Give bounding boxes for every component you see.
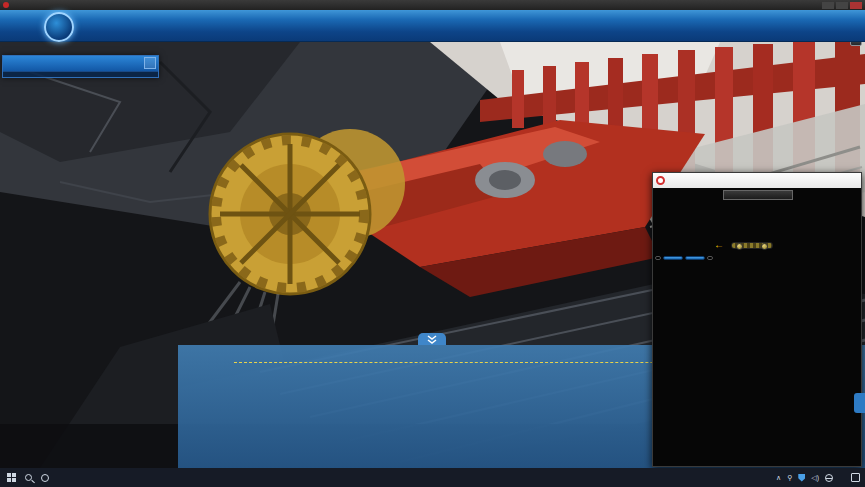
maximize-button[interactable] (836, 2, 848, 9)
estop-button[interactable] (663, 256, 683, 260)
machine-panel-header[interactable] (3, 56, 158, 72)
lra-right-button-column (815, 201, 861, 239)
screen: ← ∧ ⚲ ◁) (0, 0, 865, 487)
os-titlebar (0, 0, 865, 10)
machine-panel-close-icon[interactable] (144, 57, 156, 69)
slider-knob-right[interactable] (761, 243, 768, 250)
app-logo-icon (3, 2, 9, 8)
lra-scale-right (807, 201, 815, 239)
strip-collapse-tab[interactable] (418, 333, 446, 345)
tray-usb-icon[interactable]: ⚲ (787, 474, 792, 482)
tray-shield-icon[interactable] (798, 474, 805, 482)
slider-arrow-icon: ← (714, 239, 724, 250)
tray-network-icon[interactable] (825, 474, 833, 482)
slider-track[interactable] (731, 242, 773, 249)
lra-status-right-column (759, 201, 806, 239)
minimize-button[interactable] (822, 2, 834, 9)
tray-chevron-icon[interactable]: ∧ (776, 474, 781, 482)
close-button[interactable] (850, 2, 862, 9)
system-tray: ∧ ⚲ ◁) (776, 473, 860, 482)
lra-left-button-column (655, 201, 701, 239)
dragon-logo-icon (44, 12, 74, 42)
machine-data-panel (2, 55, 159, 78)
main-navbar (0, 10, 865, 42)
start-button[interactable] (7, 473, 16, 482)
lra-control-grid (655, 266, 861, 464)
lra-grid-right-group (760, 266, 862, 464)
taskbar: ∧ ⚲ ◁) (0, 468, 865, 487)
right-collapse-tab[interactable] (854, 393, 865, 413)
datetime-right (707, 256, 713, 260)
notification-center-icon[interactable] (851, 473, 860, 482)
lra-slider-row: ← (655, 240, 861, 251)
datetime-left (655, 256, 661, 260)
lra-grid-left-group (655, 266, 757, 464)
machine-data-rows (3, 72, 158, 77)
lra-scale-left (701, 201, 709, 239)
lra-logo-icon (656, 176, 665, 185)
slider-knob-left[interactable] (736, 243, 743, 250)
lra-titlebar[interactable] (653, 173, 861, 188)
lrautomation-window: ← (652, 172, 862, 467)
lra-status-left-column (710, 201, 757, 239)
search-icon[interactable] (25, 474, 32, 481)
lra-upper-section (655, 201, 861, 239)
lra-status-table (709, 201, 807, 239)
task-view-icon[interactable] (41, 474, 49, 482)
lra-datetime-row (655, 252, 861, 264)
lra-tab-workface-monitor[interactable] (723, 190, 793, 200)
tray-speaker-icon[interactable]: ◁) (811, 474, 819, 482)
reset-button[interactable] (685, 256, 705, 260)
